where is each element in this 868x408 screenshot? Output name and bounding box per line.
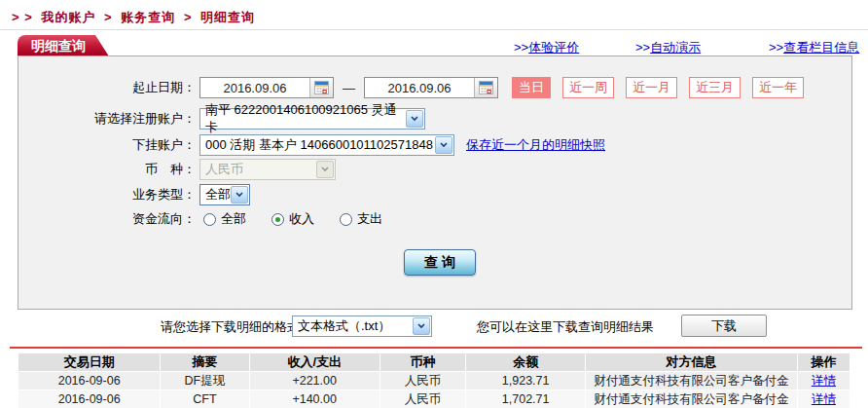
link-auto-demo[interactable]: >>自动演示 [635,39,701,56]
header-currency: 币种 [380,353,465,371]
register-account-value: 南平 6222001406100921065 灵通卡 [205,101,406,136]
chevron-down-icon [413,317,430,335]
quick-button-today[interactable]: 当日 [512,77,551,98]
tab-detail-query[interactable]: 明细查询 [18,35,109,56]
breadcrumb-item-account-query[interactable]: 账务查询 [121,10,175,24]
quick-range-buttons: 当日 近一周 近一月 近三月 近一年 [512,77,804,98]
download-format-value: 文本格式（.txt） [298,317,390,335]
cell-summary: CFT [161,390,248,408]
detail-link[interactable]: 详情 [812,392,836,406]
query-button[interactable]: 查 询 [404,249,476,276]
flow-radio-all[interactable]: 全部 [203,210,246,228]
cell-currency: 人民币 [380,372,465,389]
quick-button-last-3-months[interactable]: 近三月 [689,77,741,98]
calendar-icon[interactable] [309,78,333,97]
fund-flow-label: 资金流向： [18,210,196,228]
cell-counterparty: 财付通支付科技有限公司客户备付金 [586,372,797,389]
header-summary: 摘要 [161,353,248,371]
header-date: 交易日期 [18,353,160,371]
breadcrumb-separator: > [184,10,193,24]
calendar-icon[interactable] [474,78,497,97]
chevron-down-icon [316,161,334,178]
cell-currency: 人民币 [380,390,465,408]
cell-summary: DF提现 [161,372,248,389]
date-to-input[interactable]: 2016.09.06 [364,77,498,98]
sub-account-value: 000 活期 基本户 1406600101102571848 [205,136,433,154]
page: > > 我的账户 > 账务查询 > 明细查询 明细查询 >>体验评价 >>自动演… [0,0,868,408]
results-table: 交易日期 摘要 收入/支出 币种 余额 对方信息 操作 2016-09-06 D… [18,352,850,408]
breadcrumb: > > 我的账户 > 账务查询 > 明细查询 [12,9,259,26]
download-format-label: 请您选择下载明细的格式 [161,318,300,336]
cell-balance: 1,702.71 [466,390,585,408]
save-snapshot-link[interactable]: 保存近一个月的明细快照 [466,136,605,154]
sub-account-label: 下挂账户： [18,136,196,154]
chevron-down-icon [231,186,248,204]
cell-amount: +221.00 [250,372,380,389]
currency-select: 人民币 [199,159,336,180]
sub-account-select[interactable]: 000 活期 基本户 1406600101102571848 [199,134,454,156]
date-range-row: 起止日期： 2016.09.06 — [18,77,851,98]
register-account-label: 请选择注册账户： [18,110,196,128]
download-format-select[interactable]: 文本格式（.txt） [292,315,432,337]
date-from-value: 2016.09.06 [200,81,309,95]
quick-button-last-week[interactable]: 近一周 [562,77,614,98]
register-account-row: 请选择注册账户： 南平 6222001406100921065 灵通卡 [18,108,851,130]
link-experience-rating[interactable]: >>体验评价 [514,39,579,56]
header-action: 操作 [798,353,850,371]
breadcrumb-divider [0,29,868,30]
currency-row: 币 种： 人民币 [18,159,851,180]
cell-amount: +140.00 [250,390,380,408]
business-type-label: 业务类型： [18,186,196,204]
table-row: 2016-09-06 CFT +140.00 人民币 1,702.71 财付通支… [18,390,850,408]
currency-label: 币 种： [18,161,196,178]
radio-icon [203,213,216,226]
business-type-select[interactable]: 全部 [199,184,250,205]
date-to-value: 2016.09.06 [365,81,474,95]
cell-date: 2016-09-06 [18,372,160,389]
date-range-dash: — [343,81,355,95]
business-type-value: 全部 [205,186,231,204]
table-row: 2016-09-06 DF提现 +221.00 人民币 1,923.71 财付通… [18,372,850,389]
radio-checked-icon [271,213,284,226]
business-type-row: 业务类型： 全部 [18,184,851,205]
radio-icon [340,213,352,226]
breadcrumb-separator: > [104,10,113,24]
link-view-column-info[interactable]: >>查看栏目信息 [769,39,859,56]
chevron-down-icon [435,136,452,154]
currency-value: 人民币 [205,161,243,178]
chevron-down-icon [406,110,423,128]
cell-balance: 1,923.71 [466,372,585,389]
fund-flow-row: 资金流向： 全部 收入 支出 [18,210,851,228]
breadcrumb-prefix: > > [12,10,33,24]
breadcrumb-item-my-account[interactable]: 我的账户 [41,10,95,24]
table-top-divider [10,347,862,349]
date-from-input[interactable]: 2016.09.06 [199,77,334,98]
download-hint: 您可以在这里下载查询明细结果 [477,318,654,336]
quick-button-last-year[interactable]: 近一年 [752,77,804,98]
header-amount: 收入/支出 [250,353,380,371]
flow-radio-income[interactable]: 收入 [271,210,314,228]
detail-link[interactable]: 详情 [812,374,836,388]
flow-radio-expense[interactable]: 支出 [340,210,382,228]
sub-account-row: 下挂账户： 000 活期 基本户 1406600101102571848 保存近… [18,134,851,156]
cell-date: 2016-09-06 [18,390,160,408]
download-button[interactable]: 下载 [681,315,767,337]
date-range-label: 起止日期： [18,79,196,96]
query-form: 起止日期： 2016.09.06 — [18,56,852,310]
breadcrumb-item-detail-query[interactable]: 明细查询 [200,10,255,24]
cell-counterparty: 财付通支付科技有限公司客户备付金 [586,390,797,408]
register-account-select[interactable]: 南平 6222001406100921065 灵通卡 [199,108,425,130]
header-balance: 余额 [466,353,585,371]
table-header-row: 交易日期 摘要 收入/支出 币种 余额 对方信息 操作 [18,353,850,371]
header-counterparty: 对方信息 [586,353,797,371]
quick-button-last-month[interactable]: 近一月 [626,77,677,98]
